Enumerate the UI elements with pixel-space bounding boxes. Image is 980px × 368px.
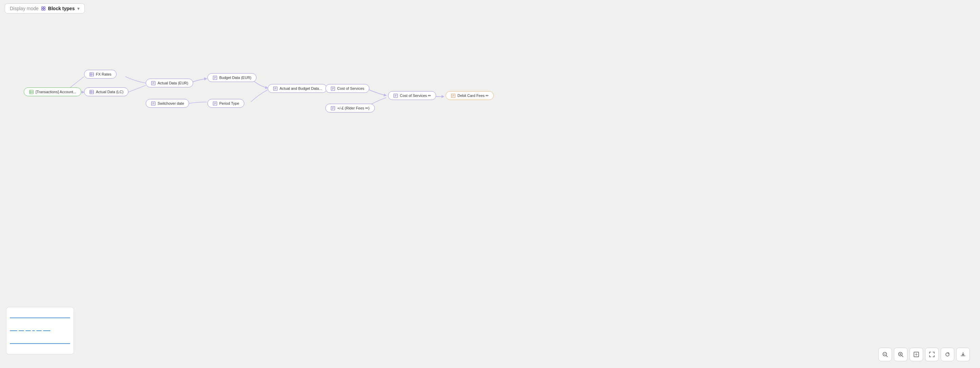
transform-icon-actual-budget <box>273 86 278 91</box>
node-transactions-account[interactable]: [Transactions] Account... <box>24 88 81 96</box>
node-fx-rates[interactable]: FX Rates <box>84 70 116 79</box>
node-debit-card-fees-label: Debit Card Fees ✏ <box>457 94 488 98</box>
transform-icon-cos2 <box>393 93 398 98</box>
node-transactions-account-label: [Transactions] Account... <box>36 90 76 94</box>
transform-icon-debit <box>451 93 455 98</box>
node-cost-of-services-2-label: Cost of Services ✏ <box>400 94 431 98</box>
svg-rect-4 <box>29 90 33 94</box>
svg-rect-12 <box>90 90 94 94</box>
block-types-label: Block types <box>48 6 75 11</box>
table-icon <box>29 89 33 94</box>
transform-icon-rider <box>330 106 335 110</box>
svg-point-0 <box>41 7 43 8</box>
node-budget-data-eur[interactable]: Budget Data (EUR) <box>207 73 256 82</box>
transform-icon-budget <box>212 75 217 80</box>
node-cost-of-services-1[interactable]: Cost of Services <box>325 84 369 93</box>
fit-view-button[interactable] <box>910 348 923 361</box>
transform-icon-cos1 <box>330 86 335 91</box>
node-actual-data-eur-label: Actual Data (EUR) <box>158 81 188 85</box>
node-rider-fees-label: +/-£ (Rider Fees ✏) <box>337 106 370 110</box>
svg-point-2 <box>41 9 43 11</box>
transform-icon-switchover <box>151 101 156 106</box>
download-button[interactable] <box>956 348 970 361</box>
svg-rect-8 <box>90 73 94 76</box>
svg-line-58 <box>902 356 904 357</box>
svg-line-54 <box>886 356 888 357</box>
node-rider-fees[interactable]: +/-£ (Rider Fees ✏) <box>325 104 375 113</box>
display-mode-toolbar[interactable]: Display mode Block types ▾ <box>5 3 85 14</box>
node-cost-of-services-2[interactable]: Cost of Services ✏ <box>388 91 436 100</box>
table-icon-purple <box>89 72 94 76</box>
refresh-button[interactable] <box>941 348 954 361</box>
svg-point-1 <box>43 7 45 8</box>
table-icon-lc <box>89 89 94 94</box>
display-mode-label: Display mode <box>10 6 39 11</box>
node-fx-rates-label: FX Rates <box>96 72 111 76</box>
transform-icon-eur <box>151 81 156 85</box>
edges-canvas <box>0 0 980 368</box>
node-actual-budget-data[interactable]: Actual and Budget Data... <box>268 84 327 93</box>
node-actual-data-lc[interactable]: Actual Data (LC) <box>84 88 129 96</box>
transform-icon-period <box>212 101 217 106</box>
node-actual-data-lc-label: Actual Data (LC) <box>96 90 123 94</box>
node-budget-data-eur-label: Budget Data (EUR) <box>219 76 251 80</box>
block-types-icon <box>41 6 46 11</box>
zoom-out-button[interactable] <box>878 348 892 361</box>
node-debit-card-fees[interactable]: Debit Card Fees ✏ <box>445 91 494 100</box>
node-cost-of-services-1-label: Cost of Services <box>337 86 364 91</box>
node-switchover-date[interactable]: Switchover date <box>146 99 189 108</box>
bottom-toolbar <box>878 348 970 361</box>
node-actual-budget-data-label: Actual and Budget Data... <box>280 86 322 91</box>
fullscreen-button[interactable] <box>925 348 939 361</box>
node-switchover-date-label: Switchover date <box>158 101 184 105</box>
node-period-type-label: Period Type <box>219 101 239 105</box>
svg-point-3 <box>43 9 45 11</box>
node-actual-data-eur[interactable]: Actual Data (EUR) <box>146 79 193 88</box>
minimap <box>6 307 74 354</box>
chevron-down-icon: ▾ <box>77 6 80 11</box>
zoom-in-button[interactable] <box>894 348 907 361</box>
node-period-type[interactable]: Period Type <box>207 99 244 108</box>
